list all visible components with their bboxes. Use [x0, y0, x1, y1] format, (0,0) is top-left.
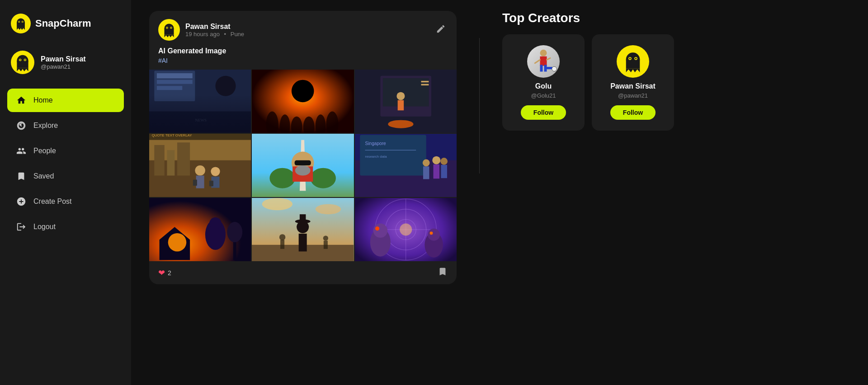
svg-point-94	[262, 198, 293, 210]
creator-handle-golu: @Golu21	[531, 92, 556, 99]
svg-point-5	[22, 21, 23, 22]
svg-point-41	[388, 120, 413, 128]
post-location: Pune	[231, 31, 244, 38]
grid-cell-3	[355, 70, 457, 133]
sidebar-item-home[interactable]: Home	[7, 89, 124, 112]
sidebar-item-people[interactable]: People	[7, 139, 124, 163]
username: Pawan Sirsat	[41, 55, 86, 63]
grid-cell-1: NEWS	[149, 70, 251, 133]
post-likes: ❤ 2	[158, 268, 171, 278]
post-card: Pawan Sirsat 19 hours ago • Pune	[149, 11, 457, 284]
follow-button-pawan[interactable]: Follow	[610, 105, 656, 120]
grid-cell-6: Singapore research data	[355, 134, 457, 197]
svg-point-10	[19, 59, 21, 61]
svg-point-17	[166, 27, 167, 28]
post-author-name: Pawan Sirsat	[185, 23, 244, 31]
svg-point-11	[24, 59, 26, 61]
svg-rect-46	[154, 145, 165, 176]
svg-rect-22	[157, 80, 193, 84]
vertical-divider	[479, 38, 480, 174]
svg-rect-74	[423, 166, 429, 179]
svg-point-73	[422, 159, 429, 166]
creators-grid: Golu @Golu21 Follow Paw	[502, 34, 674, 131]
svg-point-42	[396, 92, 405, 100]
svg-point-18	[170, 27, 171, 28]
people-icon	[15, 145, 27, 157]
avatar	[11, 51, 34, 74]
likes-count: 2	[168, 269, 171, 277]
meta-dot: •	[224, 31, 226, 38]
user-profile: Pawan Sirsat @pawan21	[0, 44, 131, 85]
nav-saved-label: Saved	[33, 172, 54, 180]
svg-rect-89	[299, 234, 307, 251]
post-tag: #AI	[158, 57, 448, 64]
svg-rect-53	[193, 180, 197, 186]
nav-logout-label: Logout	[33, 223, 56, 231]
post-author: Pawan Sirsat 19 hours ago • Pune	[158, 19, 244, 41]
creator-card-golu: Golu @Golu21 Follow	[502, 34, 585, 131]
svg-point-90	[279, 234, 286, 240]
creator-card-pawan: Pawan Sirsat @pawan21 Follow	[592, 34, 674, 131]
svg-point-64	[295, 165, 311, 176]
grid-cell-2	[252, 70, 354, 133]
image-grid: NEWS	[149, 70, 457, 261]
svg-rect-1	[17, 22, 25, 27]
svg-point-75	[440, 158, 448, 165]
svg-point-49	[195, 165, 205, 176]
svg-line-115	[535, 60, 540, 63]
svg-point-114	[552, 66, 557, 71]
svg-point-83	[168, 233, 187, 252]
nav-create-label: Create Post	[33, 197, 71, 206]
bookmark-button[interactable]	[438, 267, 448, 279]
top-creators-title: Top Creators	[502, 11, 674, 25]
svg-rect-63	[295, 160, 311, 165]
svg-rect-111	[540, 65, 543, 72]
sidebar-item-logout[interactable]: Logout	[7, 215, 124, 239]
creator-name-pawan: Pawan Sirsat	[610, 82, 656, 90]
creator-name-golu: Golu	[535, 82, 552, 90]
post-meta: 19 hours ago • Pune	[185, 31, 244, 38]
logo-area: SnapCharm	[0, 9, 131, 44]
grid-cell-5	[252, 134, 354, 197]
right-panel: Top Creators	[502, 11, 674, 374]
svg-point-82	[227, 222, 242, 242]
svg-rect-88	[300, 214, 306, 221]
svg-point-28	[292, 80, 314, 103]
svg-text:QUOTE TEXT OVERLAY: QUOTE TEXT OVERLAY	[152, 134, 193, 137]
home-icon	[15, 94, 27, 106]
sidebar-item-explore[interactable]: Explore	[7, 114, 124, 137]
svg-point-51	[211, 167, 220, 176]
svg-rect-14	[165, 28, 174, 35]
follow-button-golu[interactable]: Follow	[521, 105, 566, 120]
grid-cell-7	[149, 198, 251, 261]
saved-icon	[15, 170, 27, 182]
svg-rect-110	[540, 56, 547, 66]
svg-rect-76	[441, 165, 447, 178]
svg-point-59	[270, 168, 295, 188]
svg-rect-93	[324, 241, 328, 249]
post-edit-button[interactable]	[434, 22, 448, 38]
svg-point-103	[373, 223, 387, 238]
sidebar-item-create[interactable]: Create Post	[7, 190, 124, 213]
create-icon	[15, 196, 27, 207]
grid-cell-9	[355, 198, 457, 261]
svg-point-24	[215, 76, 236, 96]
post-title: AI Generated Image	[158, 47, 448, 55]
heart-icon[interactable]: ❤	[158, 268, 165, 278]
sidebar-item-saved[interactable]: Saved	[7, 164, 124, 188]
svg-rect-21	[157, 73, 193, 78]
svg-point-107	[429, 232, 433, 235]
grid-cell-4: QUOTE TEXT OVERLAY	[149, 134, 251, 197]
nav-people-label: People	[33, 147, 56, 155]
explore-icon	[15, 120, 27, 131]
svg-point-80	[209, 217, 222, 230]
svg-rect-7	[17, 61, 28, 68]
svg-point-121	[629, 58, 631, 59]
svg-point-109	[540, 50, 547, 56]
svg-rect-50	[196, 176, 204, 188]
post-content: AI Generated Image #AI	[149, 47, 457, 70]
svg-rect-43	[397, 100, 404, 111]
post-footer: ❤ 2	[149, 261, 457, 284]
nav-list: Home Explore People	[0, 85, 131, 376]
app-name: SnapCharm	[35, 18, 91, 29]
